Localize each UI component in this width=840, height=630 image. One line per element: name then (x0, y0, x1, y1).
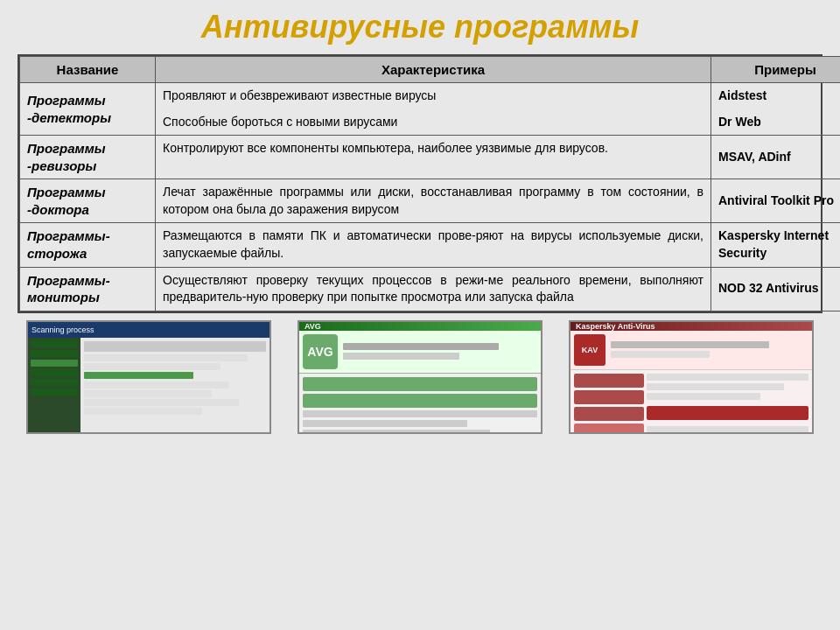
screenshot-kaspersky: Kaspersky Anti-Virus KAV (569, 320, 814, 434)
page: Антивирусные программы Название Характер… (0, 0, 840, 630)
cell-example-detectors-2: Dr Web (711, 109, 841, 136)
screenshot-drweb: Scanning process (26, 320, 271, 434)
header-characteristics: Характеристика (156, 57, 711, 83)
ss1-title: Scanning process (32, 326, 94, 334)
antivirus-table: Название Характеристика Примеры Программ… (19, 56, 840, 312)
cell-char-detectors-2: Способные бороться с новыми вирусами (156, 109, 711, 136)
table-row: Программы -доктора Лечат заражённые прог… (20, 179, 841, 223)
cell-name-revisors: Программы -ревизоры (20, 136, 156, 179)
page-title: Антивирусные программы (201, 9, 639, 46)
screenshot-avg: AVG AVG (298, 320, 542, 434)
cell-char-monitors: Осуществляют проверку текущих процессов … (156, 267, 711, 311)
cell-name-monitors: Программы-мониторы (20, 267, 156, 311)
cell-name-guards: Программы-сторожа (20, 223, 156, 267)
screenshots-row: Scanning process (18, 320, 822, 434)
cell-example-monitors: NOD 32 Antivirus (711, 267, 841, 311)
ss2-title: AVG (304, 322, 321, 331)
table-row: Программы -детекторы Проявляют и обезвре… (20, 83, 841, 109)
cell-example-guards: Kaspersky Internet Security (711, 223, 841, 267)
cell-example-detectors-1: Aidstest (711, 83, 841, 109)
header-name: Название (20, 57, 156, 83)
cell-name-doctors: Программы -доктора (20, 179, 156, 223)
table-header-row: Название Характеристика Примеры (20, 57, 841, 83)
ss3-title: Kaspersky Anti-Virus (576, 322, 655, 331)
table-row: Программы-мониторы Осуществляют проверку… (20, 267, 841, 311)
ss1-sidebar (28, 338, 80, 432)
cell-example-revisors: MSAV, ADinf (711, 136, 841, 179)
cell-char-revisors: Контролируют все компоненты компьютера, … (156, 136, 711, 179)
cell-char-doctors: Лечат заражённые программы или диски, во… (156, 179, 711, 223)
header-examples: Примеры (711, 57, 841, 83)
cell-char-detectors-1: Проявляют и обезвреживают известные виру… (156, 83, 711, 109)
table-row: Программы-сторожа Размещаются в памяти П… (20, 223, 841, 267)
cell-example-doctors: Antiviral Toolkit Pro (711, 179, 841, 223)
cell-name-detectors: Программы -детекторы (20, 83, 156, 136)
table-row: Программы -ревизоры Контролируют все ком… (20, 136, 841, 179)
cell-char-guards: Размещаются в памяти ПК и автоматически … (156, 223, 711, 267)
main-table-container: Название Характеристика Примеры Программ… (18, 54, 822, 313)
